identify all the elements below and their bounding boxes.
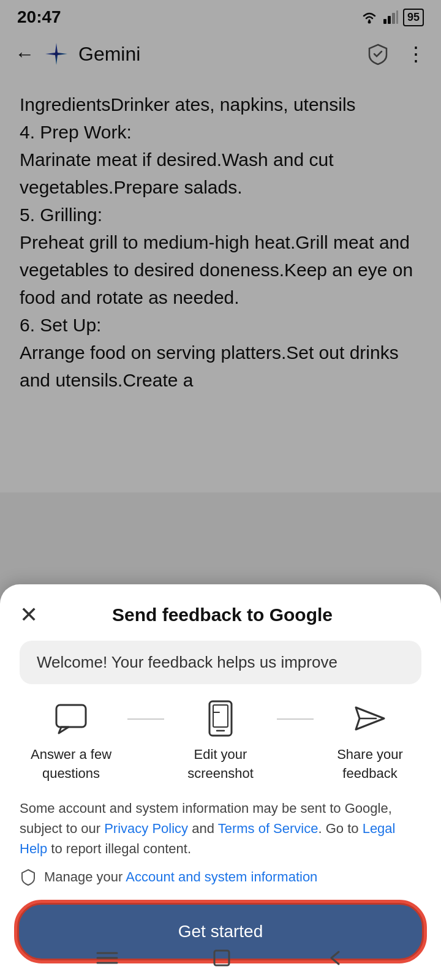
step-answer-questions: Answer a few questions bbox=[15, 699, 127, 783]
nav-back-icon[interactable] bbox=[325, 948, 345, 968]
status-bar: 20:47 95 bbox=[0, 0, 441, 32]
phone-screenshot-icon bbox=[201, 699, 240, 738]
sheet-title: Send feedback to Google bbox=[48, 605, 421, 625]
signal-icon bbox=[383, 10, 398, 24]
send-icon bbox=[350, 699, 390, 738]
manage-shield-icon bbox=[20, 869, 37, 886]
step-share-feedback: Share your feedback bbox=[314, 699, 426, 783]
chat-bubble-icon bbox=[51, 699, 91, 738]
svg-rect-1 bbox=[383, 19, 386, 24]
status-time: 20:47 bbox=[17, 7, 61, 27]
gemini-logo bbox=[44, 42, 69, 66]
nav-home-icon[interactable] bbox=[212, 948, 232, 968]
feedback-bottom-sheet: ✕ Send feedback to Google Welcome! Your … bbox=[0, 584, 441, 980]
step1-label: Answer a few questions bbox=[15, 745, 127, 783]
status-icons: 95 bbox=[360, 9, 424, 26]
back-button[interactable]: ← bbox=[15, 43, 34, 66]
chat-text: IngredientsDrinker ates, napkins, utensi… bbox=[20, 94, 413, 390]
app-title: Gemini bbox=[78, 43, 357, 66]
nav-menu-icon[interactable] bbox=[96, 949, 118, 967]
svg-marker-6 bbox=[59, 727, 69, 733]
welcome-message: Welcome! Your feedback helps us improve bbox=[20, 641, 421, 684]
svg-rect-16 bbox=[214, 951, 229, 965]
svg-rect-2 bbox=[388, 16, 391, 24]
manage-label: Manage your Account and system informati… bbox=[44, 869, 317, 885]
step-connector-2 bbox=[277, 718, 314, 720]
wifi-icon bbox=[360, 10, 379, 24]
step-edit-screenshot: Edit your screenshot bbox=[164, 699, 277, 783]
chat-content: IngredientsDrinker ates, napkins, utensi… bbox=[0, 76, 441, 492]
steps-row: Answer a few questions Edit your screens… bbox=[0, 699, 441, 783]
svg-rect-4 bbox=[396, 10, 398, 24]
shield-icon[interactable] bbox=[367, 43, 389, 65]
svg-point-0 bbox=[368, 21, 371, 24]
nav-bar bbox=[0, 936, 441, 980]
step2-label: Edit your screenshot bbox=[164, 745, 277, 783]
account-info-link[interactable]: Account and system information bbox=[126, 869, 317, 884]
battery-indicator: 95 bbox=[403, 9, 424, 26]
manage-account-row: Manage your Account and system informati… bbox=[0, 869, 441, 886]
info-text: Some account and system information may … bbox=[0, 798, 441, 859]
close-button[interactable]: ✕ bbox=[20, 604, 38, 626]
step3-label: Share your feedback bbox=[314, 745, 426, 783]
svg-rect-8 bbox=[213, 705, 228, 727]
terms-link[interactable]: Terms of Service bbox=[218, 821, 318, 836]
sheet-header: ✕ Send feedback to Google bbox=[0, 584, 441, 636]
svg-rect-5 bbox=[56, 705, 86, 727]
svg-rect-3 bbox=[392, 13, 395, 24]
privacy-policy-link[interactable]: Privacy Policy bbox=[104, 821, 188, 836]
app-bar: ← Gemini ⋮ bbox=[0, 32, 441, 76]
more-options-icon[interactable]: ⋮ bbox=[406, 42, 426, 66]
step-connector-1 bbox=[127, 718, 164, 720]
